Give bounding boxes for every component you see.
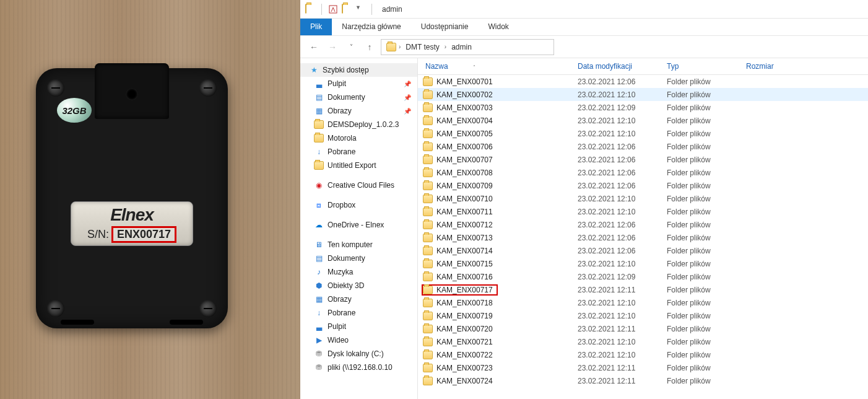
nav-pc-documents[interactable]: ▤Dokumenty: [300, 252, 417, 265]
objects-3d-icon: ⬢: [314, 281, 324, 291]
nav-pc-pictures[interactable]: ▦Obrazy: [300, 292, 417, 306]
nav-label: Dysk lokalny (C:): [328, 349, 384, 358]
folder-icon: [423, 351, 433, 359]
breadcrumb-box[interactable]: › DMT testy › admin: [381, 39, 554, 55]
table-row[interactable]: KAM_ENX0071223.02.2021 12:06Folder plikó…: [418, 218, 868, 231]
table-row[interactable]: KAM_ENX0070523.02.2021 12:10Folder plikó…: [418, 127, 868, 140]
nav-pc-downloads[interactable]: ↓Pobrane: [300, 306, 417, 320]
table-row[interactable]: KAM_ENX0071623.02.2021 12:09Folder plikó…: [418, 270, 868, 283]
folder-icon: [423, 364, 433, 372]
table-row[interactable]: KAM_ENX0072423.02.2021 12:11Folder plikó…: [418, 374, 868, 387]
column-header-size[interactable]: Rozmiar: [746, 62, 802, 71]
nav-folder-untitled[interactable]: Untitled Export: [300, 159, 417, 172]
nav-label: Pulpit: [328, 79, 346, 88]
navigation-pane[interactable]: ★ Szybki dostęp ▃Pulpit📌 ▤Dokumenty📌 ▦Ob…: [300, 58, 418, 399]
folder-qat-icon[interactable]: [342, 4, 352, 14]
ribbon-tab-home[interactable]: Narzędzia główne: [332, 19, 410, 35]
table-row[interactable]: KAM_ENX0070323.02.2021 12:09Folder plikó…: [418, 101, 868, 114]
table-row[interactable]: KAM_ENX0070423.02.2021 12:10Folder plikó…: [418, 114, 868, 127]
file-date: 23.02.2021 12:06: [578, 182, 667, 190]
table-row[interactable]: KAM_ENX0070723.02.2021 12:06Folder plikó…: [418, 153, 868, 166]
table-row[interactable]: KAM_ENX0071423.02.2021 12:06Folder plikó…: [418, 244, 868, 257]
nav-pc-3d[interactable]: ⬢Obiekty 3D: [300, 279, 417, 292]
ribbon-tab-share[interactable]: Udostępnianie: [411, 19, 479, 35]
column-header-date[interactable]: Data modyfikacji: [578, 62, 667, 71]
nav-downloads[interactable]: ↓Pobrane: [300, 145, 417, 159]
table-row[interactable]: KAM_ENX0071923.02.2021 12:10Folder plikó…: [418, 309, 868, 322]
creative-cloud-icon: ◉: [314, 180, 324, 190]
table-row[interactable]: KAM_ENX0071023.02.2021 12:10Folder plikó…: [418, 192, 868, 205]
table-row[interactable]: KAM_ENX0072023.02.2021 12:11Folder plikó…: [418, 322, 868, 335]
breadcrumb-segment[interactable]: admin: [449, 43, 474, 51]
breadcrumb-segment[interactable]: DMT testy: [403, 43, 441, 51]
table-row[interactable]: KAM_ENX0071523.02.2021 12:10Folder plikó…: [418, 257, 868, 270]
qat-dropdown-icon[interactable]: ▼: [355, 4, 365, 14]
file-type: Folder plików: [667, 90, 746, 99]
nav-pc-videos[interactable]: ▶Wideo: [300, 333, 417, 347]
properties-qat-icon[interactable]: [328, 4, 338, 14]
file-type: Folder plików: [667, 156, 746, 164]
file-date: 23.02.2021 12:10: [578, 90, 667, 99]
file-date: 23.02.2021 12:06: [578, 247, 667, 255]
file-list: Nazwa˄ Data modyfikacji Typ Rozmiar KAM_…: [418, 58, 868, 399]
nav-pc-desktop[interactable]: ▃Pulpit: [300, 320, 417, 333]
column-header-type[interactable]: Typ: [667, 62, 746, 71]
file-date: 23.02.2021 12:11: [578, 364, 667, 372]
file-name: KAM_ENX00709: [436, 182, 493, 190]
file-type: Folder plików: [667, 221, 746, 229]
folder-icon: [386, 43, 396, 51]
nav-back-button[interactable]: ←: [306, 40, 321, 55]
nav-desktop[interactable]: ▃Pulpit📌: [300, 77, 417, 90]
file-name: KAM_ENX00706: [436, 142, 493, 151]
ribbon-tab-view[interactable]: Widok: [478, 19, 518, 35]
nav-onedrive[interactable]: ☁OneDrive - Elnex: [300, 218, 417, 232]
table-row[interactable]: KAM_ENX0070823.02.2021 12:06Folder plikó…: [418, 166, 868, 179]
folder-icon: [423, 156, 433, 164]
ribbon-tab-file[interactable]: Plik: [300, 19, 332, 35]
folder-icon: [423, 77, 433, 86]
folder-icon: [423, 169, 433, 177]
table-row[interactable]: KAM_ENX0072123.02.2021 12:10Folder plikó…: [418, 335, 868, 348]
table-row[interactable]: KAM_ENX0071823.02.2021 12:10Folder plikó…: [418, 296, 868, 309]
file-type: Folder plików: [667, 260, 746, 268]
file-date: 23.02.2021 12:11: [578, 286, 667, 294]
table-row[interactable]: KAM_ENX0072323.02.2021 12:11Folder plikó…: [418, 361, 868, 374]
nav-pc-music[interactable]: ♪Muzyka: [300, 265, 417, 279]
table-row[interactable]: KAM_ENX0071123.02.2021 12:10Folder plikó…: [418, 205, 868, 218]
file-type: Folder plików: [667, 77, 746, 86]
col-label: Nazwa: [425, 62, 448, 71]
column-headers: Nazwa˄ Data modyfikacji Typ Rozmiar: [418, 58, 868, 75]
table-row[interactable]: KAM_ENX0070223.02.2021 12:10Folder plikó…: [418, 88, 868, 101]
nav-documents[interactable]: ▤Dokumenty📌: [300, 90, 417, 104]
table-row[interactable]: KAM_ENX0071323.02.2021 12:06Folder plikó…: [418, 231, 868, 244]
table-row[interactable]: KAM_ENX0070123.02.2021 12:06Folder plikó…: [418, 75, 868, 88]
table-row[interactable]: KAM_ENX0070623.02.2021 12:06Folder plikó…: [418, 140, 868, 153]
nav-network-share[interactable]: ⛃pliki (\\192.168.0.10: [300, 361, 417, 374]
nav-forward-button[interactable]: →: [325, 40, 340, 55]
file-type: Folder plików: [667, 116, 746, 125]
nav-folder-motorola[interactable]: Motorola: [300, 131, 417, 145]
file-date: 23.02.2021 12:10: [578, 208, 667, 216]
storage-sticker: 32GB: [57, 98, 92, 123]
nav-quick-access[interactable]: ★ Szybki dostęp: [300, 63, 417, 77]
table-row[interactable]: KAM_ENX0070923.02.2021 12:06Folder plikó…: [418, 179, 868, 192]
table-row[interactable]: KAM_ENX0072223.02.2021 12:10Folder plikó…: [418, 348, 868, 361]
file-type: Folder plików: [667, 377, 746, 385]
column-header-name[interactable]: Nazwa˄: [423, 62, 578, 71]
nav-up-button[interactable]: ↑: [362, 40, 377, 55]
sn-value-highlight: ENX00717: [111, 226, 176, 243]
folder-icon: [423, 195, 433, 203]
file-date: 23.02.2021 12:11: [578, 377, 667, 385]
file-date: 23.02.2021 12:10: [578, 260, 667, 268]
nav-dropbox[interactable]: ⧈Dropbox: [300, 198, 417, 212]
file-name: KAM_ENX00720: [436, 325, 493, 333]
nav-recent-dropdown[interactable]: ˅: [344, 40, 358, 55]
nav-this-pc[interactable]: 🖥Ten komputer: [300, 238, 417, 252]
nav-pictures[interactable]: ▦Obrazy📌: [300, 104, 417, 118]
nav-pc-disk-c[interactable]: ⛃Dysk lokalny (C:): [300, 347, 417, 361]
file-name: KAM_ENX00714: [436, 247, 493, 255]
nav-creative-cloud[interactable]: ◉Creative Cloud Files: [300, 178, 417, 192]
file-type: Folder plików: [667, 182, 746, 190]
nav-folder-dems[interactable]: DEMSDeploy_1.0.2.3: [300, 118, 417, 131]
table-row[interactable]: KAM_ENX0071723.02.2021 12:11Folder plikó…: [418, 283, 868, 296]
